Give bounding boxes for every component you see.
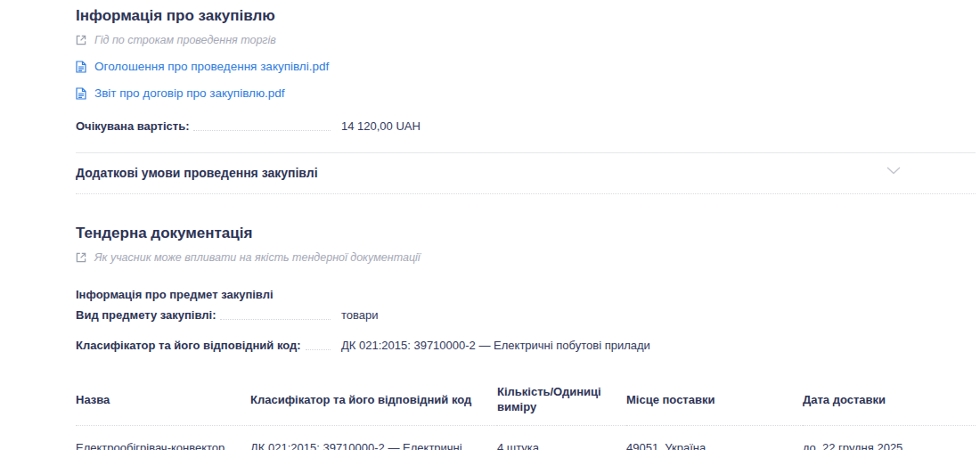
classifier-row: Класифікатор та його відповідний код: ДК… xyxy=(76,339,976,353)
document-link-label: Звіт про договір про закупівлю.pdf xyxy=(94,86,285,100)
dotted-leader xyxy=(306,348,331,350)
item-quantity: 4 штука xyxy=(497,426,626,450)
guide-link-label: Гід по строкам проведення торгів xyxy=(94,34,276,46)
expected-value-row: Очікувана вартість: 14 120,00 UAH xyxy=(76,119,976,134)
additional-terms-accordion[interactable]: Додаткові умови проведення закупівлі xyxy=(76,152,976,194)
col-header-name: Назва xyxy=(76,372,250,426)
external-link-icon xyxy=(76,35,86,45)
subject-kind-row: Вид предмету закупівлі: товари xyxy=(76,308,976,323)
subject-kind-label: Вид предмету закупівлі: xyxy=(76,308,216,323)
document-link-label: Оголошення про проведення закупівлі.pdf xyxy=(94,60,329,73)
tender-documentation-title: Тендерна документація xyxy=(76,225,976,242)
expected-value-label: Очікувана вартість: xyxy=(76,119,189,134)
classifier-label: Класифікатор та його відповідний код: xyxy=(76,339,301,353)
guide-link-label: Як учасник може впливати на якість тенде… xyxy=(94,251,421,264)
item-delivery-date: до 22 грудня 2025 xyxy=(803,426,976,450)
item-classifier: ДК 021:2015: 39710000-2 — Електричні поб… xyxy=(250,426,497,450)
tender-documentation-section: Тендерна документація Як учасник може вп… xyxy=(76,225,976,450)
col-header-place: Місце поставки xyxy=(626,372,803,426)
chevron-down-icon[interactable] xyxy=(886,167,901,175)
classifier-value: ДК 021:2015: 39710000-2 — Електричні поб… xyxy=(341,339,650,353)
guide-link-tender-quality[interactable]: Як учасник може впливати на якість тенде… xyxy=(76,251,976,264)
col-header-date: Дата доставки xyxy=(803,372,976,426)
subject-info-header: Інформація про предмет закупівлі xyxy=(76,288,976,301)
items-table: Назва Класифікатор та його відповідний к… xyxy=(76,372,976,450)
additional-terms-label: Додаткові умови проведення закупівлі xyxy=(76,166,318,180)
purchase-info-section: Інформація про закупівлю Гід по строкам … xyxy=(76,7,976,194)
col-header-quantity: Кількість/Одиниці виміру xyxy=(497,372,626,426)
item-place: 49051, Україна, Дніпропетровська область… xyxy=(626,426,803,450)
col-header-classifier: Класифікатор та його відповідний код xyxy=(250,372,497,426)
items-table-header-row: Назва Класифікатор та його відповідний к… xyxy=(76,372,976,426)
document-links: Оголошення про проведення закупівлі.pdf … xyxy=(76,60,976,100)
purchase-info-title: Інформація про закупівлю xyxy=(76,7,976,25)
external-link-icon xyxy=(76,252,86,263)
table-row: Електрообігрівач-конвектор CH-1000W ДК 0… xyxy=(76,426,976,450)
document-link-announcement[interactable]: Оголошення про проведення закупівлі.pdf xyxy=(76,60,976,73)
item-name: Електрообігрівач-конвектор CH-1000W xyxy=(76,426,250,450)
expected-value: 14 120,00 UAH xyxy=(341,119,421,134)
dotted-leader xyxy=(193,129,331,131)
dotted-leader xyxy=(220,318,331,320)
subject-kind-value: товари xyxy=(341,308,379,323)
file-document-icon xyxy=(76,61,86,73)
document-link-contract-report[interactable]: Звіт про договір про закупівлю.pdf xyxy=(76,86,976,100)
procurement-page: Інформація про закупівлю Гід по строкам … xyxy=(0,0,976,450)
file-document-icon xyxy=(76,87,86,100)
guide-link-auction-terms[interactable]: Гід по строкам проведення торгів xyxy=(76,34,976,46)
